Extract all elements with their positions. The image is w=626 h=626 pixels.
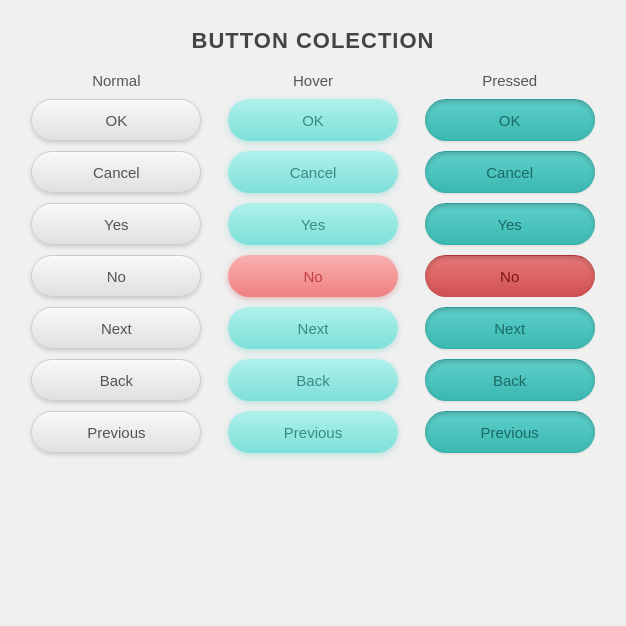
btn-no-pressed[interactable]: No	[425, 255, 595, 297]
btn-back-hover[interactable]: Back	[228, 359, 398, 401]
col-header-normal: Normal	[26, 72, 206, 89]
row-back: Back Back Back	[18, 359, 608, 401]
btn-cancel-pressed[interactable]: Cancel	[425, 151, 595, 193]
row-cancel: Cancel Cancel Cancel	[18, 151, 608, 193]
btn-next-pressed[interactable]: Next	[425, 307, 595, 349]
btn-yes-pressed[interactable]: Yes	[425, 203, 595, 245]
row-no: No No No	[18, 255, 608, 297]
row-yes: Yes Yes Yes	[18, 203, 608, 245]
btn-no-normal[interactable]: No	[31, 255, 201, 297]
btn-cancel-hover[interactable]: Cancel	[228, 151, 398, 193]
btn-next-normal[interactable]: Next	[31, 307, 201, 349]
btn-previous-hover[interactable]: Previous	[228, 411, 398, 453]
btn-ok-pressed[interactable]: OK	[425, 99, 595, 141]
btn-yes-normal[interactable]: Yes	[31, 203, 201, 245]
btn-previous-normal[interactable]: Previous	[31, 411, 201, 453]
row-ok: OK OK OK	[18, 99, 608, 141]
btn-previous-pressed[interactable]: Previous	[425, 411, 595, 453]
btn-ok-normal[interactable]: OK	[31, 99, 201, 141]
col-header-hover: Hover	[223, 72, 403, 89]
row-previous: Previous Previous Previous	[18, 411, 608, 453]
button-collection-table: Normal Hover Pressed OK OK OK Cancel Can…	[18, 72, 608, 463]
row-next: Next Next Next	[18, 307, 608, 349]
btn-cancel-normal[interactable]: Cancel	[31, 151, 201, 193]
btn-back-pressed[interactable]: Back	[425, 359, 595, 401]
col-header-pressed: Pressed	[420, 72, 600, 89]
btn-next-hover[interactable]: Next	[228, 307, 398, 349]
btn-ok-hover[interactable]: OK	[228, 99, 398, 141]
btn-yes-hover[interactable]: Yes	[228, 203, 398, 245]
column-headers: Normal Hover Pressed	[18, 72, 608, 89]
page-title: BUTTON COLECTION	[192, 28, 435, 54]
btn-no-hover[interactable]: No	[228, 255, 398, 297]
btn-back-normal[interactable]: Back	[31, 359, 201, 401]
